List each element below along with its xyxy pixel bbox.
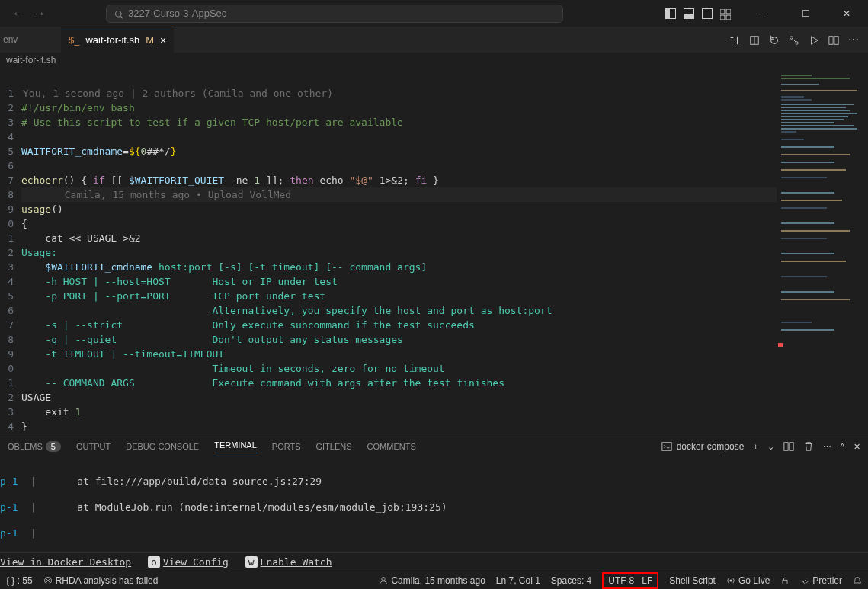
- editor-actions: ⋯: [729, 27, 868, 53]
- status-rhda[interactable]: RHDA analysis has failed: [43, 575, 159, 586]
- open-changes-icon[interactable]: [749, 34, 760, 46]
- customize-layout-icon[interactable]: [720, 8, 731, 19]
- code-line: -q | --quiet Don't output any status mes…: [21, 334, 403, 345]
- code-line: -h HOST | --host=HOST Host or IP under t…: [21, 276, 338, 287]
- nav-arrows: ← →: [6, 7, 52, 21]
- status-language[interactable]: Shell Script: [669, 575, 716, 586]
- bottom-panel: OBLEMS5 OUTPUT DEBUG CONSOLE TERMINAL PO…: [0, 434, 868, 571]
- blame-header: You, 1 second ago | 2 authors (Camila an…: [21, 88, 333, 99]
- line-number: 6: [0, 158, 14, 173]
- status-cursor-position[interactable]: Ln 7, Col 1: [496, 575, 540, 586]
- svg-point-20: [729, 579, 732, 581]
- tab-close-icon[interactable]: ×: [160, 34, 166, 46]
- status-bracket-notation[interactable]: { } : 55: [6, 575, 33, 586]
- tab-gitlens[interactable]: GITLENS: [316, 442, 352, 451]
- status-encoding[interactable]: UTF-8: [608, 575, 634, 586]
- line-number: 3: [0, 260, 14, 274]
- docker-view-config-link[interactable]: View Config: [163, 556, 229, 568]
- line-number: 4: [0, 274, 14, 289]
- code-line: # Use this script to test if a given TCP…: [21, 117, 403, 128]
- minimap[interactable]: [777, 70, 868, 434]
- minimize-button[interactable]: ─: [749, 8, 780, 19]
- tab-terminal[interactable]: TERMINAL: [214, 440, 257, 453]
- terminal-service: p-1: [0, 501, 30, 514]
- docker-key-o: o: [148, 556, 160, 568]
- line-number: 2: [0, 245, 14, 260]
- run-icon[interactable]: [809, 34, 819, 46]
- line-number: 7: [0, 318, 14, 332]
- check-double-icon: [800, 576, 809, 585]
- line-number: 8: [0, 187, 14, 202]
- forward-arrow-icon[interactable]: →: [34, 7, 46, 21]
- panel-tabs: OBLEMS5 OUTPUT DEBUG CONSOLE TERMINAL PO…: [0, 434, 868, 459]
- sidebar-stub: env: [0, 27, 61, 53]
- layout-panel-bottom-icon[interactable]: [684, 8, 694, 19]
- status-prettier[interactable]: Prettier: [800, 575, 842, 586]
- status-indentation[interactable]: Spaces: 4: [551, 575, 591, 586]
- code-line: -s | --strict Only execute subcommand if…: [21, 319, 475, 331]
- docker-enable-watch-link[interactable]: Enable Watch: [261, 556, 332, 568]
- status-lock-icon[interactable]: [780, 576, 790, 585]
- tab-output[interactable]: OUTPUT: [76, 442, 111, 451]
- tab-debug-console[interactable]: DEBUG CONSOLE: [126, 442, 199, 451]
- split-terminal-icon[interactable]: [783, 441, 794, 452]
- editor-tab[interactable]: $_ wait-for-it.sh M ×: [61, 27, 174, 53]
- highlighted-region: UTF-8 LF: [602, 572, 658, 589]
- tab-bar: env $_ wait-for-it.sh M × ⋯: [0, 27, 868, 53]
- line-number: 6: [0, 303, 14, 318]
- svg-point-0: [116, 11, 122, 17]
- code-line: Usage:: [21, 247, 57, 258]
- code-line: }: [21, 421, 27, 432]
- titlebar-right: ─ ☐ ✕: [665, 8, 862, 19]
- new-terminal-icon[interactable]: +: [753, 442, 757, 451]
- panel-actions: docker-compose + ⌄ ⋯ ^ ✕: [661, 441, 860, 452]
- svg-rect-11: [829, 37, 833, 45]
- layout-sidebar-right-icon[interactable]: [702, 8, 713, 19]
- docker-view-desktop-link[interactable]: View in Docker Desktop: [0, 556, 131, 568]
- terminal[interactable]: p-1| at file:///app/build/data-source.js…: [0, 459, 868, 552]
- terminal-service: p-1: [0, 527, 30, 539]
- status-blame[interactable]: Camila, 15 months ago: [379, 575, 485, 586]
- line-number: 1: [0, 376, 14, 390]
- svg-line-1: [120, 16, 123, 18]
- svg-rect-13: [662, 443, 671, 451]
- maximize-panel-icon[interactable]: ^: [841, 442, 844, 451]
- line-number: 2: [0, 101, 14, 115]
- terminal-dropdown-icon[interactable]: ⌄: [767, 442, 774, 452]
- svg-line-10: [792, 39, 796, 43]
- breadcrumb[interactable]: wait-for-it.sh: [0, 53, 868, 70]
- more-actions-icon[interactable]: ⋯: [848, 34, 859, 46]
- tab-ports[interactable]: PORTS: [272, 442, 301, 451]
- commit-graph-icon[interactable]: [789, 34, 799, 46]
- kill-terminal-icon[interactable]: [803, 441, 814, 452]
- tab-comments[interactable]: COMMENTS: [367, 442, 416, 451]
- shell-file-icon: $_: [69, 34, 79, 46]
- person-icon: [379, 576, 388, 585]
- layout-icons: [665, 8, 738, 19]
- terminal-text: at file:///app/build/data-source.js:27:2…: [53, 475, 322, 488]
- status-notifications-icon[interactable]: [853, 576, 862, 585]
- code-line: Timeout in seconds, zero for no timeout: [21, 363, 445, 374]
- code-editor[interactable]: You, 1 second ago | 2 authors (Camila an…: [21, 70, 777, 434]
- command-center-search[interactable]: 3227-Curso-3-AppSec: [106, 5, 563, 23]
- tab-problems[interactable]: OBLEMS5: [8, 442, 61, 451]
- status-golive[interactable]: Go Live: [726, 575, 770, 586]
- maximize-button[interactable]: ☐: [790, 8, 821, 19]
- tab-filename: wait-for-it.sh: [85, 34, 139, 46]
- panel-more-icon[interactable]: ⋯: [823, 442, 831, 452]
- line-number: 2: [0, 390, 14, 405]
- back-arrow-icon[interactable]: ←: [12, 7, 24, 21]
- status-eol[interactable]: LF: [642, 575, 652, 586]
- split-editor-icon[interactable]: [828, 34, 839, 46]
- compare-icon[interactable]: [729, 34, 740, 46]
- svg-rect-12: [834, 37, 838, 45]
- code-line: exit 1: [21, 406, 81, 418]
- terminal-text: at ModuleJob.run (node:internal/modules/…: [53, 501, 447, 514]
- layout-sidebar-left-icon[interactable]: [665, 8, 676, 19]
- close-panel-icon[interactable]: ✕: [854, 442, 860, 452]
- line-number: 3: [0, 405, 14, 419]
- svg-point-19: [382, 577, 386, 581]
- revert-icon[interactable]: [769, 34, 780, 46]
- terminal-selector[interactable]: docker-compose: [661, 441, 745, 452]
- close-button[interactable]: ✕: [831, 8, 862, 19]
